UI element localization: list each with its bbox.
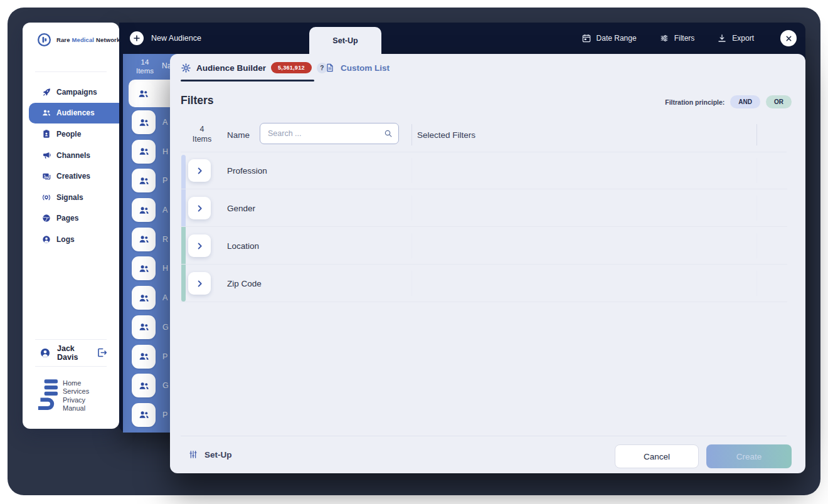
audience-row-label-8: P <box>162 352 167 361</box>
filtration-principle: Filtration principle: AND OR <box>665 95 792 108</box>
users-icon <box>132 228 156 251</box>
filter-row-2[interactable]: Location <box>181 227 787 265</box>
column-divider <box>411 271 412 296</box>
footer-link-1[interactable]: Services <box>63 387 89 396</box>
filter-count: 4 Items <box>183 124 221 144</box>
expand-button-1[interactable] <box>188 197 211 219</box>
users-icon <box>132 345 156 369</box>
column-divider <box>756 158 757 183</box>
search-input[interactable] <box>260 123 399 144</box>
footer-link-0[interactable]: Home <box>63 379 89 387</box>
close-button[interactable] <box>780 30 797 46</box>
filters-button[interactable]: Filters <box>659 33 695 43</box>
sidebar-item-label: Signals <box>56 193 83 202</box>
filter-row-label-2: Location <box>227 241 259 250</box>
filter-count-value: 4 <box>183 124 221 134</box>
tab-custom-list[interactable]: Custom List <box>325 54 390 81</box>
sidebar-item-pages[interactable]: Pages <box>23 208 119 229</box>
audience-count-value: 14 <box>124 58 166 66</box>
tab-audience-builder-label: Audience Builder <box>196 63 266 73</box>
sidebar-item-label: Pages <box>56 214 78 223</box>
divider <box>35 339 107 340</box>
user-name: Jack Davis <box>57 344 95 362</box>
users-icon <box>132 315 156 339</box>
audience-row-label-1: H <box>162 147 168 156</box>
calendar-icon <box>581 33 592 43</box>
active-tab-underline <box>181 80 314 81</box>
tab-custom-list-label: Custom List <box>341 63 390 73</box>
filtration-principle-label: Filtration principle: <box>665 98 724 106</box>
image-icon <box>41 171 51 181</box>
filter-row-1[interactable]: Gender <box>181 189 787 227</box>
filter-row-label-1: Gender <box>227 203 255 213</box>
date-range-button[interactable]: Date Range <box>581 33 637 43</box>
brand-name: RareMedicalNetwork <box>56 36 120 43</box>
users-icon <box>132 110 156 134</box>
tab-set-up[interactable]: Set-Up <box>309 27 381 54</box>
export-button[interactable]: Export <box>717 33 754 43</box>
person-circle-icon <box>41 234 51 244</box>
filter-row-label-0: Profession <box>227 165 267 175</box>
expand-button-0[interactable] <box>188 159 211 182</box>
chevron-right-icon <box>195 241 204 251</box>
column-divider <box>756 271 757 296</box>
and-toggle[interactable]: AND <box>730 95 760 108</box>
filters-label: Filters <box>674 34 695 43</box>
expand-button-3[interactable] <box>188 272 211 295</box>
audience-row-label-5: H <box>162 264 168 273</box>
filter-row-0[interactable]: Profession <box>181 152 787 189</box>
brand-first: Rare <box>56 36 70 43</box>
column-divider <box>411 196 412 221</box>
signal-icon <box>41 192 51 202</box>
audience-builder-modal: Set-Up Audience Builder 5,361,912 ? Cust… <box>170 54 805 473</box>
audience-row-label-7: G <box>162 323 169 332</box>
logout-icon <box>96 347 108 359</box>
logout-button[interactable] <box>95 347 108 359</box>
sidebar-item-logs[interactable]: Logs <box>23 229 119 250</box>
column-divider <box>756 124 757 145</box>
sidebar-item-campaigns[interactable]: Campaigns <box>23 81 119 103</box>
selected-filters-column-header: Selected Filters <box>417 130 475 140</box>
sidebar-item-audiences[interactable]: Audiences <box>29 103 119 124</box>
audience-size-badge: 5,361,912 <box>271 62 312 73</box>
brand-middle: Medical <box>72 36 95 43</box>
expand-button-2[interactable] <box>188 234 211 257</box>
sidebar-item-label: Audiences <box>56 108 95 117</box>
cancel-button[interactable]: Cancel <box>615 444 699 468</box>
name-column-header: Name <box>227 130 250 140</box>
divider <box>35 366 107 367</box>
sidebar-item-signals[interactable]: Signals <box>23 187 119 208</box>
create-button[interactable]: Create <box>706 444 792 468</box>
chevron-right-icon <box>195 279 204 288</box>
users-icon <box>132 198 156 222</box>
audience-count-label: Items <box>124 66 166 75</box>
plus-icon <box>130 31 144 45</box>
screen: New Audience Date Range Filters Export 1… <box>0 0 828 504</box>
sidebar-footer-links: Home Services Privacy Manual <box>63 379 89 413</box>
tab-audience-builder[interactable]: Audience Builder 5,361,912 ? <box>181 54 327 81</box>
column-divider <box>756 196 757 221</box>
audience-row-label-10: P <box>162 411 167 419</box>
date-range-label: Date Range <box>597 34 637 43</box>
footer-set-up: Set-Up <box>188 449 232 459</box>
column-divider <box>411 158 412 183</box>
sliders-icon <box>659 33 669 43</box>
users-icon <box>132 403 156 427</box>
user-avatar-icon <box>39 347 51 359</box>
sidebar-item-channels[interactable]: Channels <box>23 145 119 166</box>
sidebar-item-people[interactable]: People <box>23 123 119 145</box>
footer-link-3[interactable]: Manual <box>63 404 89 412</box>
download-icon <box>717 33 727 43</box>
filter-row-3[interactable]: Zip Code <box>181 265 787 302</box>
sidebar-item-creatives[interactable]: Creatives <box>23 165 119 187</box>
sidebar-item-label: Logs <box>56 235 75 244</box>
new-audience-button[interactable]: New Audience <box>130 23 201 54</box>
audience-row-label-9: G <box>162 381 169 390</box>
user-row: Jack Davis <box>39 345 108 361</box>
footer-link-2[interactable]: Privacy <box>63 396 89 404</box>
sidebar-item-label: Creatives <box>56 172 90 181</box>
brand-last: Network <box>96 36 120 43</box>
brand: RareMedicalNetwork <box>36 32 120 48</box>
or-toggle[interactable]: OR <box>766 95 792 108</box>
filters-heading: Filters <box>181 94 214 107</box>
